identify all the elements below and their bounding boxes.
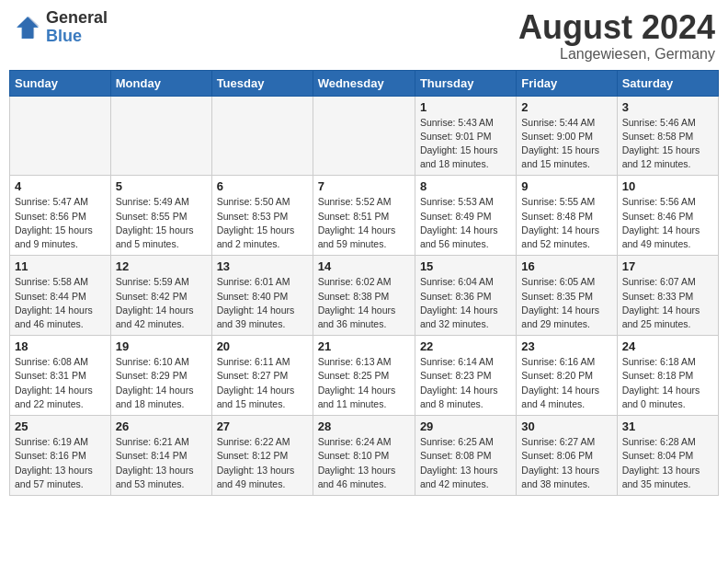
day-info: Sunrise: 6:14 AMSunset: 8:23 PMDaylight:… [420,355,511,411]
weekday-header-saturday: Saturday [617,70,718,96]
month-year-title: August 2024 [518,9,715,46]
day-info: Sunrise: 6:10 AMSunset: 8:29 PMDaylight:… [116,355,207,411]
day-info: Sunrise: 6:28 AMSunset: 8:04 PMDaylight:… [622,435,713,491]
day-number: 13 [217,259,308,273]
day-info: Sunrise: 5:44 AMSunset: 9:00 PMDaylight:… [521,116,611,172]
calendar-week-row: 1Sunrise: 5:43 AMSunset: 9:01 PMDaylight… [10,96,719,176]
calendar-cell: 10Sunrise: 5:56 AMSunset: 8:46 PMDayligh… [617,176,718,256]
day-number: 11 [15,259,106,273]
weekday-header-friday: Friday [517,70,617,96]
calendar-cell: 2Sunrise: 5:44 AMSunset: 9:00 PMDaylight… [517,96,617,176]
calendar-cell: 11Sunrise: 5:58 AMSunset: 8:44 PMDayligh… [10,256,111,336]
day-number: 5 [116,179,207,193]
calendar-week-row: 4Sunrise: 5:47 AMSunset: 8:56 PMDaylight… [10,176,719,256]
day-number: 23 [521,339,611,353]
location-subtitle: Langewiesen, Germany [518,46,715,63]
day-number: 28 [318,419,410,433]
day-info: Sunrise: 5:43 AMSunset: 9:01 PMDaylight:… [420,116,511,172]
day-number: 6 [217,179,308,193]
calendar-cell: 30Sunrise: 6:27 AMSunset: 8:06 PMDayligh… [517,416,617,496]
calendar-cell: 16Sunrise: 6:05 AMSunset: 8:35 PMDayligh… [517,256,617,336]
calendar-cell: 12Sunrise: 5:59 AMSunset: 8:42 PMDayligh… [110,256,211,336]
day-info: Sunrise: 6:19 AMSunset: 8:16 PMDaylight:… [15,435,106,491]
day-number: 29 [420,419,511,433]
page-header: General Blue August 2024 Langewiesen, Ge… [9,9,719,63]
calendar-cell: 24Sunrise: 6:18 AMSunset: 8:18 PMDayligh… [617,336,718,416]
day-info: Sunrise: 5:49 AMSunset: 8:55 PMDaylight:… [116,195,207,251]
calendar-cell: 25Sunrise: 6:19 AMSunset: 8:16 PMDayligh… [10,416,111,496]
day-info: Sunrise: 5:55 AMSunset: 8:48 PMDaylight:… [521,195,611,251]
day-info: Sunrise: 6:13 AMSunset: 8:25 PMDaylight:… [318,355,410,411]
day-info: Sunrise: 6:22 AMSunset: 8:12 PMDaylight:… [217,435,308,491]
calendar-cell: 4Sunrise: 5:47 AMSunset: 8:56 PMDaylight… [10,176,111,256]
calendar-week-row: 11Sunrise: 5:58 AMSunset: 8:44 PMDayligh… [10,256,719,336]
day-info: Sunrise: 6:05 AMSunset: 8:35 PMDaylight:… [521,275,611,331]
day-number: 4 [15,179,106,193]
day-info: Sunrise: 6:08 AMSunset: 8:31 PMDaylight:… [15,355,106,411]
day-number: 3 [622,100,713,114]
day-info: Sunrise: 6:24 AMSunset: 8:10 PMDaylight:… [318,435,410,491]
logo-blue-text: Blue [46,28,108,46]
calendar-cell: 26Sunrise: 6:21 AMSunset: 8:14 PMDayligh… [110,416,211,496]
day-info: Sunrise: 5:52 AMSunset: 8:51 PMDaylight:… [318,195,410,251]
day-info: Sunrise: 5:58 AMSunset: 8:44 PMDaylight:… [15,275,106,331]
calendar-cell: 1Sunrise: 5:43 AMSunset: 9:01 PMDaylight… [415,96,516,176]
calendar-cell: 14Sunrise: 6:02 AMSunset: 8:38 PMDayligh… [313,256,415,336]
calendar-cell: 9Sunrise: 5:55 AMSunset: 8:48 PMDaylight… [517,176,617,256]
day-number: 9 [521,179,611,193]
calendar-cell: 8Sunrise: 5:53 AMSunset: 8:49 PMDaylight… [415,176,516,256]
day-number: 7 [318,179,410,193]
day-number: 22 [420,339,511,353]
day-number: 30 [521,419,611,433]
weekday-header-tuesday: Tuesday [211,70,313,96]
day-info: Sunrise: 6:11 AMSunset: 8:27 PMDaylight:… [217,355,308,411]
calendar-cell [313,96,415,176]
calendar-cell: 17Sunrise: 6:07 AMSunset: 8:33 PMDayligh… [617,256,718,336]
day-info: Sunrise: 6:25 AMSunset: 8:08 PMDaylight:… [420,435,511,491]
calendar-cell: 13Sunrise: 6:01 AMSunset: 8:40 PMDayligh… [211,256,313,336]
day-info: Sunrise: 5:59 AMSunset: 8:42 PMDaylight:… [116,275,207,331]
day-info: Sunrise: 5:46 AMSunset: 8:58 PMDaylight:… [622,116,713,172]
calendar-cell: 6Sunrise: 5:50 AMSunset: 8:53 PMDaylight… [211,176,313,256]
day-number: 16 [521,259,611,273]
day-info: Sunrise: 6:27 AMSunset: 8:06 PMDaylight:… [521,435,611,491]
weekday-header-monday: Monday [110,70,211,96]
day-number: 18 [15,339,106,353]
day-info: Sunrise: 6:04 AMSunset: 8:36 PMDaylight:… [420,275,511,331]
day-number: 21 [318,339,410,353]
calendar-week-row: 25Sunrise: 6:19 AMSunset: 8:16 PMDayligh… [10,416,719,496]
day-number: 1 [420,100,511,114]
calendar-cell: 5Sunrise: 5:49 AMSunset: 8:55 PMDaylight… [110,176,211,256]
weekday-header-row: SundayMondayTuesdayWednesdayThursdayFrid… [10,70,719,96]
day-info: Sunrise: 6:21 AMSunset: 8:14 PMDaylight:… [116,435,207,491]
day-number: 24 [622,339,713,353]
day-number: 12 [116,259,207,273]
weekday-header-sunday: Sunday [10,70,111,96]
logo-text: General Blue [46,9,108,46]
calendar-cell: 23Sunrise: 6:16 AMSunset: 8:20 PMDayligh… [517,336,617,416]
day-info: Sunrise: 5:50 AMSunset: 8:53 PMDaylight:… [217,195,308,251]
day-info: Sunrise: 6:01 AMSunset: 8:40 PMDaylight:… [217,275,308,331]
title-block: August 2024 Langewiesen, Germany [518,9,715,63]
logo-general-text: General [46,9,108,28]
day-number: 26 [116,419,207,433]
calendar-cell: 20Sunrise: 6:11 AMSunset: 8:27 PMDayligh… [211,336,313,416]
calendar-cell [110,96,211,176]
day-info: Sunrise: 6:16 AMSunset: 8:20 PMDaylight:… [521,355,611,411]
weekday-header-wednesday: Wednesday [313,70,415,96]
day-number: 25 [15,419,106,433]
day-info: Sunrise: 6:07 AMSunset: 8:33 PMDaylight:… [622,275,713,331]
day-info: Sunrise: 5:56 AMSunset: 8:46 PMDaylight:… [622,195,713,251]
calendar-cell [10,96,111,176]
calendar-cell: 28Sunrise: 6:24 AMSunset: 8:10 PMDayligh… [313,416,415,496]
day-number: 15 [420,259,511,273]
calendar-cell: 3Sunrise: 5:46 AMSunset: 8:58 PMDaylight… [617,96,718,176]
day-number: 19 [116,339,207,353]
weekday-header-thursday: Thursday [415,70,516,96]
day-number: 31 [622,419,713,433]
logo: General Blue [13,9,108,46]
day-number: 20 [217,339,308,353]
day-number: 17 [622,259,713,273]
day-info: Sunrise: 5:53 AMSunset: 8:49 PMDaylight:… [420,195,511,251]
calendar-cell: 7Sunrise: 5:52 AMSunset: 8:51 PMDaylight… [313,176,415,256]
